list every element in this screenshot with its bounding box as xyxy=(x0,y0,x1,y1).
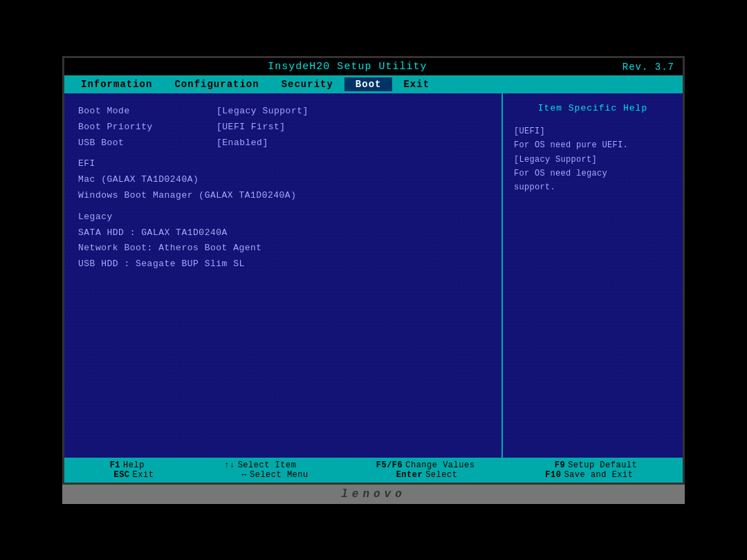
help-title: Item Specific Help xyxy=(514,102,672,116)
device-brand: lenovo xyxy=(62,485,685,504)
usb-boot-label: USB Boot xyxy=(78,136,216,151)
f1-desc: Help xyxy=(123,460,145,470)
menu-information[interactable]: Information xyxy=(70,77,163,91)
f1-key: F1 xyxy=(110,460,120,470)
f10-desc: Save and Exit xyxy=(564,470,633,480)
legacy-header: Legacy xyxy=(78,210,488,225)
help-text: [UEFI] For OS need pure UEFI. [Legacy Su… xyxy=(514,124,672,195)
boot-priority-label: Boot Priority xyxy=(78,120,216,135)
esc-desc: Exit xyxy=(133,470,154,480)
legacy-entry-0[interactable]: SATA HDD : GALAX TA1D0240A xyxy=(78,226,488,241)
f10-save: F10 Save and Exit xyxy=(545,470,633,480)
f5f6-key: F5/F6 xyxy=(376,460,403,470)
efi-entry-0[interactable]: Mac (GALAX TA1D0240A) xyxy=(78,173,488,187)
enter-key: Enter xyxy=(396,470,423,480)
right-panel: Item Specific Help [UEFI] For OS need pu… xyxy=(503,93,683,458)
enter-select: Enter Select xyxy=(396,470,458,480)
esc-exit: ESC Exit xyxy=(113,470,154,480)
main-content: Boot Mode [Legacy Support] Boot Priority… xyxy=(64,93,683,458)
f5f6-change: F5/F6 Change Values xyxy=(376,460,475,470)
bottom-bar: F1 Help ↑↓ Select Item F5/F6 Change Valu… xyxy=(64,458,683,483)
bios-title: InsydeH20 Setup Utility xyxy=(73,61,622,73)
legacy-entry-1[interactable]: Network Boot: Atheros Boot Agent xyxy=(78,241,488,256)
usb-boot-value: [Enabled] xyxy=(216,136,268,151)
boot-priority-value: [UEFI First] xyxy=(216,120,286,135)
menu-bar: Information Configuration Security Boot … xyxy=(64,75,683,93)
shortcut-row-2: ESC Exit ↔ Select Menu Enter Select F10 … xyxy=(70,470,677,480)
menu-configuration[interactable]: Configuration xyxy=(163,77,270,91)
arrows-desc: Select Item xyxy=(238,460,297,470)
efi-header: EFI xyxy=(78,157,488,171)
boot-priority-row[interactable]: Boot Priority [UEFI First] xyxy=(78,120,488,135)
boot-mode-label: Boot Mode xyxy=(78,104,216,119)
arrows-select-item: ↑↓ Select Item xyxy=(224,460,296,470)
efi-entry-1[interactable]: Windows Boot Manager (GALAX TA1D0240A) xyxy=(78,189,488,203)
lr-arrows-menu: ↔ Select Menu xyxy=(241,470,308,480)
left-panel: Boot Mode [Legacy Support] Boot Priority… xyxy=(64,93,503,458)
f10-key: F10 xyxy=(545,470,561,480)
esc-key: ESC xyxy=(113,470,129,480)
lr-arrows-desc: Select Menu xyxy=(250,470,308,480)
enter-desc: Select xyxy=(425,470,457,480)
f9-desc: Setup Default xyxy=(568,460,637,470)
menu-boot[interactable]: Boot xyxy=(344,77,393,91)
title-bar: InsydeH20 Setup Utility Rev. 3.7 xyxy=(64,58,683,75)
menu-exit[interactable]: Exit xyxy=(392,77,441,91)
lr-arrows-key: ↔ xyxy=(241,470,247,480)
legacy-entry-2[interactable]: USB HDD : Seagate BUP Slim SL xyxy=(78,257,488,272)
usb-boot-row[interactable]: USB Boot [Enabled] xyxy=(78,136,488,151)
boot-mode-value: [Legacy Support] xyxy=(216,104,308,119)
f9-setup: F9 Setup Default xyxy=(555,460,638,470)
menu-security[interactable]: Security xyxy=(270,77,344,91)
f9-key: F9 xyxy=(555,460,565,470)
bios-revision: Rev. 3.7 xyxy=(622,62,674,73)
arrows-key: ↑↓ xyxy=(224,460,234,470)
f5f6-desc: Change Values xyxy=(405,460,474,470)
shortcut-row-1: F1 Help ↑↓ Select Item F5/F6 Change Valu… xyxy=(70,460,677,470)
f1-help: F1 Help xyxy=(110,460,145,470)
boot-mode-row[interactable]: Boot Mode [Legacy Support] xyxy=(78,104,488,119)
